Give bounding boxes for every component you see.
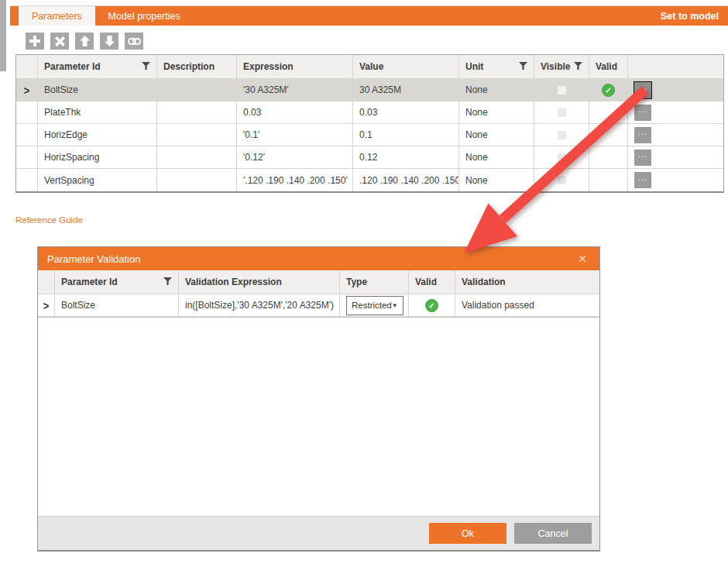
open-validation-button[interactable]: ... xyxy=(634,172,651,188)
visible-cell xyxy=(534,79,589,101)
table-row[interactable]: > BoltSize '30 A325M' 30 A325M None ✓ ..… xyxy=(16,79,723,101)
filter-icon[interactable] xyxy=(519,61,527,72)
value-cell[interactable]: 0.1 xyxy=(353,124,459,146)
validation-row[interactable]: > BoltSize in([BoltSize],'30 A325M','20 … xyxy=(38,294,599,317)
move-down-button[interactable] xyxy=(100,33,118,50)
header-unit[interactable]: Unit xyxy=(459,55,534,79)
arrow-up-icon xyxy=(80,36,90,46)
header-value[interactable]: Value xyxy=(353,55,459,79)
dialog-title: Parameter Validation xyxy=(47,253,140,265)
header-parameter-id[interactable]: Parameter Id xyxy=(38,55,157,79)
validation-result-cell[interactable]: Validation passed xyxy=(455,294,599,317)
row-selector[interactable]: > xyxy=(16,79,38,101)
description-cell[interactable] xyxy=(157,79,237,101)
expression-cell[interactable]: '0.12' xyxy=(237,146,353,169)
type-cell: Restricted ▼ xyxy=(340,294,409,317)
unit-cell[interactable]: None xyxy=(459,79,534,101)
value-cell[interactable]: 0.03 xyxy=(353,101,459,124)
open-validation-button[interactable]: ... xyxy=(634,82,651,98)
description-cell[interactable] xyxy=(157,124,237,146)
actions-cell: ... xyxy=(628,169,723,191)
parameter-id-cell[interactable]: HorizEdge xyxy=(38,124,157,146)
unit-cell[interactable]: None xyxy=(459,101,534,124)
value-cell[interactable]: 0.12 xyxy=(353,146,459,169)
unit-cell[interactable]: None xyxy=(459,124,534,146)
visible-checkbox[interactable] xyxy=(558,108,566,117)
row-selector[interactable]: > xyxy=(38,294,55,317)
description-cell[interactable] xyxy=(157,101,237,124)
expression-cell[interactable]: '0.1' xyxy=(237,124,353,146)
panel-splitter[interactable] xyxy=(0,0,6,71)
valid-cell xyxy=(589,169,628,191)
visible-checkbox[interactable] xyxy=(558,86,566,95)
parameter-toolbar xyxy=(26,33,143,50)
open-validation-button[interactable]: ... xyxy=(634,127,651,143)
link-icon xyxy=(128,37,141,46)
visible-cell xyxy=(534,124,589,146)
row-selector[interactable] xyxy=(16,101,38,124)
unit-cell[interactable]: None xyxy=(459,146,534,169)
unit-cell[interactable]: None xyxy=(459,169,534,191)
table-row[interactable]: PlateThk 0.03 0.03 None ... xyxy=(16,101,723,124)
dialog-footer: Ok Cancel xyxy=(38,516,599,550)
description-cell[interactable] xyxy=(157,169,237,191)
expression-cell[interactable]: 0.03 xyxy=(237,101,353,124)
cross-icon xyxy=(55,36,65,46)
delete-parameter-button[interactable] xyxy=(50,33,69,50)
current-row-icon: > xyxy=(43,298,50,311)
parameter-id-cell[interactable]: BoltSize xyxy=(55,294,179,317)
header-row-selector xyxy=(16,55,38,79)
parametric-modeling-window: Parameters Model properties Set to model… xyxy=(0,0,728,574)
close-icon[interactable]: ✕ xyxy=(573,247,592,270)
header-visible[interactable]: Visible xyxy=(534,55,589,79)
header-type[interactable]: Type xyxy=(340,270,409,294)
actions-cell: ... xyxy=(628,146,723,169)
header-validation-expression[interactable]: Validation Expression xyxy=(179,270,340,294)
header-expression[interactable]: Expression xyxy=(237,55,353,79)
set-to-model-button[interactable]: Set to model xyxy=(651,6,728,26)
visible-checkbox[interactable] xyxy=(558,176,566,184)
type-dropdown[interactable]: Restricted ▼ xyxy=(346,296,403,315)
table-row[interactable]: HorizEdge '0.1' 0.1 None ... xyxy=(16,124,723,146)
validation-expression-cell[interactable]: in([BoltSize],'30 A325M','20 A325M') xyxy=(179,294,340,317)
table-row[interactable]: VertSpacing '.120 .190 .140 .200 .150' .… xyxy=(16,169,723,191)
value-cell[interactable]: 30 A325M xyxy=(353,79,459,101)
description-cell[interactable] xyxy=(157,146,237,169)
actions-cell: ... xyxy=(628,79,723,101)
parameter-id-cell[interactable]: BoltSize xyxy=(38,79,157,101)
move-up-button[interactable] xyxy=(75,33,94,50)
current-row-icon: > xyxy=(24,83,30,96)
header-valid[interactable]: Valid xyxy=(409,270,455,294)
value-cell[interactable]: .120 .190 .140 .200 .150 xyxy=(353,169,459,191)
tab-parameters[interactable]: Parameters xyxy=(19,6,95,26)
header-parameter-id[interactable]: Parameter Id xyxy=(55,270,179,294)
visible-checkbox[interactable] xyxy=(558,153,566,162)
filter-icon[interactable] xyxy=(142,61,150,72)
parameter-id-cell[interactable]: VertSpacing xyxy=(38,169,157,191)
header-validation[interactable]: Validation xyxy=(455,270,599,294)
header-valid[interactable]: Valid xyxy=(589,55,628,79)
visible-cell xyxy=(534,146,589,169)
reference-guide-link[interactable]: Reference Guide xyxy=(15,215,83,225)
expression-cell[interactable]: '30 A325M' xyxy=(237,79,353,101)
filter-icon[interactable] xyxy=(163,277,172,287)
valid-check-icon: ✓ xyxy=(602,84,615,97)
link-parameter-button[interactable] xyxy=(125,33,143,50)
add-parameter-button[interactable] xyxy=(26,33,44,50)
open-validation-button[interactable]: ... xyxy=(634,105,651,121)
visible-checkbox[interactable] xyxy=(558,131,566,139)
parameter-validation-dialog: Parameter Validation ✕ Parameter Id Vali… xyxy=(37,246,600,552)
table-row[interactable]: HorizSpacing '0.12' 0.12 None ... xyxy=(16,146,723,169)
row-selector[interactable] xyxy=(16,169,38,191)
ok-button[interactable]: Ok xyxy=(429,523,507,544)
parameter-id-cell[interactable]: HorizSpacing xyxy=(38,146,157,169)
parameter-id-cell[interactable]: PlateThk xyxy=(38,101,157,124)
row-selector[interactable] xyxy=(16,146,38,169)
header-description[interactable]: Description xyxy=(157,55,237,79)
filter-icon[interactable] xyxy=(574,61,582,72)
expression-cell[interactable]: '.120 .190 .140 .200 .150' xyxy=(237,169,353,191)
tab-model-properties[interactable]: Model properties xyxy=(95,6,194,26)
row-selector[interactable] xyxy=(16,124,38,146)
open-validation-button[interactable]: ... xyxy=(634,150,651,166)
cancel-button[interactable]: Cancel xyxy=(514,523,592,544)
